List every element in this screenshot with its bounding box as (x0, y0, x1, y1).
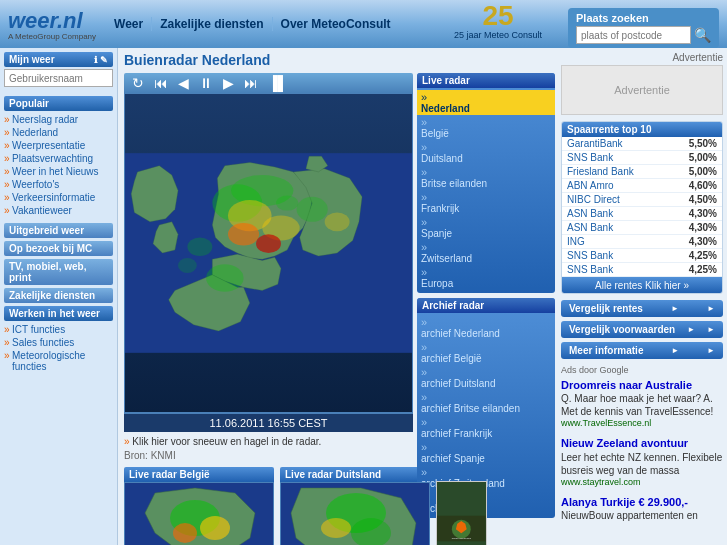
live-radar-item-3[interactable]: » Britse eilanden (417, 165, 555, 190)
pause-btn[interactable]: ⏸ (197, 76, 215, 90)
sidebar-link-nederland[interactable]: Nederland (4, 126, 113, 139)
nav-over[interactable]: Over MeteoConsult (273, 17, 399, 31)
content: Buienradar Nederland ↻ ⏮ ◀ ⏸ ▶ ⏭ ▐▌ (118, 48, 559, 545)
main-layout: Mijn weer ℹ ✎ Populair Neerslag radar Ne… (0, 48, 727, 545)
bar-btn[interactable]: ▐▌ (266, 76, 290, 90)
spaar-row-6: ASN Bank 4,30% (562, 221, 722, 235)
ad-1-title[interactable]: Nieuw Zeeland avontuur (561, 436, 723, 450)
mini-radar-belgie: Live radar België » Live radar België (124, 467, 274, 545)
spaar-bank-6[interactable]: ASN Bank (567, 222, 613, 233)
archief-link-2[interactable]: archief Duitsland (421, 378, 551, 389)
spaar-row-3: ABN Amro 4,60% (562, 179, 722, 193)
spaar-bank-7[interactable]: ING (567, 236, 585, 247)
sidebar-link-neerslag[interactable]: Neerslag radar (4, 113, 113, 126)
live-radar-item-4[interactable]: » Frankrijk (417, 190, 555, 215)
ad-2-title[interactable]: Alanya Turkije € 29.900,- (561, 495, 723, 509)
meer-informatie-btn[interactable]: Meer informatie► (561, 342, 723, 359)
live-radar-link-4[interactable]: Frankrijk (421, 203, 551, 214)
ad-2-text: NieuwBouw appartementen en (561, 509, 723, 522)
next-btn[interactable]: ▶ (221, 76, 236, 90)
live-radar-item-1[interactable]: » België (417, 115, 555, 140)
uitgebreid-btn[interactable]: Uitgebreid weer (4, 223, 113, 238)
spaar-bank-1[interactable]: SNS Bank (567, 152, 613, 163)
vergelijk-rentes-btn[interactable]: Vergelijk rentes► (561, 300, 723, 317)
sidebar-link-meteo[interactable]: Meteorologische functies (4, 349, 113, 373)
ad-2: Alanya Turkije € 29.900,- NieuwBouw appa… (561, 495, 723, 522)
archief-link-3[interactable]: archief Britse eilanden (421, 403, 551, 414)
info-icon[interactable]: ℹ ✎ (94, 55, 108, 65)
vergelijk-voorwaarden-btn[interactable]: Vergelijk voorwaarden► (561, 321, 723, 338)
skip-back-btn[interactable]: ⏮ (152, 76, 170, 90)
populair-section: Populair Neerslag radar Nederland Weerpr… (4, 96, 113, 217)
mijn-weer-title: Mijn weer ℹ ✎ (4, 52, 113, 67)
archief-item-2[interactable]: » archief Duitsland (417, 365, 555, 390)
archief-item-3[interactable]: » archief Britse eilanden (417, 390, 555, 415)
spaar-bank-2[interactable]: Friesland Bank (567, 166, 634, 177)
ad-0-title[interactable]: Droomreis naar Australie (561, 378, 723, 392)
far-right: Advertentie Advertentie Spaarrente top 1… (559, 48, 727, 545)
spaarrente-title: Spaarrente top 10 (562, 122, 722, 137)
live-radar-link-1[interactable]: België (421, 128, 551, 139)
spaar-bank-3[interactable]: ABN Amro (567, 180, 614, 191)
snow-note[interactable]: Klik hier voor sneeuw en hagel in de rad… (124, 436, 413, 447)
spaar-row-4: NIBC Direct 4,50% (562, 193, 722, 207)
spaar-bank-0[interactable]: GarantiBank (567, 138, 623, 149)
sidebar-link-verkeer[interactable]: Verkeersinformatie (4, 191, 113, 204)
sidebar-link-sales[interactable]: Sales functies (4, 336, 113, 349)
archief-item-0[interactable]: » archief Nederland (417, 315, 555, 340)
archief-link-5[interactable]: archief Spanje (421, 453, 551, 464)
sidebar-link-foto[interactable]: Weerfoto's (4, 178, 113, 191)
sidebar-link-nieuws[interactable]: Weer in het Nieuws (4, 165, 113, 178)
nav-zakelijk[interactable]: Zakelijke diensten (152, 17, 272, 31)
op-bezoek-btn[interactable]: Op bezoek bij MC (4, 241, 113, 256)
live-radar-link-5[interactable]: Spanje (421, 228, 551, 239)
live-radar-item-5[interactable]: » Spanje (417, 215, 555, 240)
sidebar-link-plaatsverw[interactable]: Plaatsverwachting (4, 152, 113, 165)
live-radar-link-0[interactable]: Nederland (421, 103, 551, 114)
archief-item-4[interactable]: » archief Frankrijk (417, 415, 555, 440)
spaar-rate-3: 4,60% (689, 180, 717, 191)
prev-btn[interactable]: ◀ (176, 76, 191, 90)
logo[interactable]: weer.nl (8, 8, 83, 33)
svg-point-29 (321, 518, 351, 538)
live-radar-item-2[interactable]: » Duitsland (417, 140, 555, 165)
spaar-rate-4: 4,50% (689, 194, 717, 205)
nav-weer[interactable]: Weer (106, 17, 152, 31)
sidebar-link-weerpres[interactable]: Weerpresentatie (4, 139, 113, 152)
live-radar-item-0[interactable]: » Nederland (417, 90, 555, 115)
bottom-radars: Live radar België » Live radar België (124, 467, 413, 545)
spaar-bank-5[interactable]: ASN Bank (567, 208, 613, 219)
archief-item-1[interactable]: » archief België (417, 340, 555, 365)
spaar-bank-9[interactable]: SNS Bank (567, 264, 613, 275)
svg-point-13 (256, 234, 281, 253)
spaar-all-link[interactable]: Alle rentes Klik hier » (595, 280, 689, 291)
live-radar-item-6[interactable]: » Zwitserland (417, 240, 555, 265)
repeat-btn[interactable]: ↻ (130, 76, 146, 90)
tv-mobiel-btn[interactable]: TV, mobiel, web, print (4, 259, 113, 285)
search-input[interactable] (576, 26, 691, 44)
username-input[interactable] (4, 69, 113, 87)
skip-fwd-btn[interactable]: ⏭ (242, 76, 260, 90)
svg-point-23 (200, 516, 230, 540)
svg-text:Dieren bescherming: Dieren bescherming (452, 537, 472, 539)
live-radar-link-7[interactable]: Europa (421, 278, 551, 289)
search-icon[interactable]: 🔍 (694, 27, 711, 43)
spaar-bank-4[interactable]: NIBC Direct (567, 194, 620, 205)
radar-map (124, 93, 413, 413)
live-radar-link-3[interactable]: Britse eilanden (421, 178, 551, 189)
archief-link-4[interactable]: archief Frankrijk (421, 428, 551, 439)
spaar-bank-8[interactable]: SNS Bank (567, 250, 613, 261)
sidebar-link-ict[interactable]: ICT functies (4, 323, 113, 336)
spaar-all[interactable]: Alle rentes Klik hier » (562, 277, 722, 293)
archief-link-1[interactable]: archief België (421, 353, 551, 364)
zakelijk-btn[interactable]: Zakelijke diensten (4, 288, 113, 303)
svg-point-16 (325, 212, 350, 231)
right-sidebar: Live radar » Nederland » België » Duitsl… (417, 73, 555, 545)
sidebar-link-vakantie[interactable]: Vakantieweer (4, 204, 113, 217)
svg-point-19 (276, 196, 298, 211)
live-radar-item-7[interactable]: » Europa (417, 265, 555, 290)
live-radar-link-2[interactable]: Duitsland (421, 153, 551, 164)
live-radar-link-6[interactable]: Zwitserland (421, 253, 551, 264)
archief-link-0[interactable]: archief Nederland (421, 328, 551, 339)
archief-item-5[interactable]: » archief Spanje (417, 440, 555, 465)
